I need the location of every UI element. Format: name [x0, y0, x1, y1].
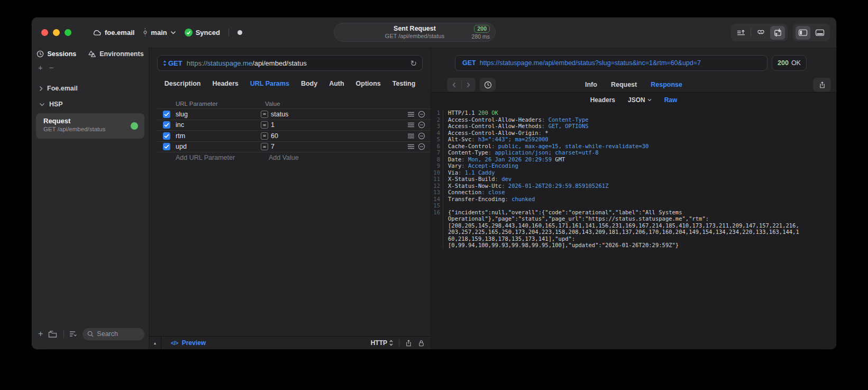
request-status-pill[interactable]: Sent Request GET /api/embed/status 200 2…: [334, 23, 496, 42]
add-request-button[interactable]: +: [38, 329, 43, 339]
code-line-text: HTTP/1.1 200 OK: [443, 110, 836, 116]
column-header-name: URL Parameter: [176, 101, 265, 107]
response-view: Headers JSON Raw 1HTTP/1.1 200 OK2Access…: [431, 92, 836, 349]
param-value-field[interactable]: 60: [271, 132, 408, 140]
view-tab-raw[interactable]: Raw: [664, 96, 678, 104]
code-line-text: Content-Type: application/json; charset=…: [443, 149, 836, 156]
group-hsp[interactable]: HSP: [39, 101, 63, 108]
line-number: 8: [431, 156, 443, 163]
minimize-window-button[interactable]: [53, 29, 60, 36]
row-lines-icon[interactable]: [408, 122, 414, 128]
group-foe-email[interactable]: Foe.email: [39, 85, 78, 92]
param-checkbox[interactable]: [163, 121, 170, 129]
close-window-button[interactable]: [41, 29, 48, 36]
project-menu[interactable]: foe.email: [92, 29, 134, 37]
forward-button[interactable]: [467, 82, 470, 88]
toggle-sidebar-button[interactable]: [796, 26, 810, 40]
tab-request[interactable]: Request: [611, 81, 637, 88]
method-stepper-icon[interactable]: [163, 60, 167, 67]
equals-icon: =: [261, 143, 268, 150]
response-panel: GET https://statuspage.me/api/embed/stat…: [431, 48, 836, 349]
remove-row-button[interactable]: [418, 143, 425, 150]
param-value-field[interactable]: 1: [271, 121, 408, 129]
tab-response[interactable]: Response: [651, 81, 682, 88]
code-line-text: Transfer-Encoding: chunked: [443, 196, 836, 203]
sort-filter-button[interactable]: [69, 331, 77, 337]
preview-button[interactable]: </> Preview: [171, 339, 206, 347]
branch-selector[interactable]: main: [143, 28, 176, 37]
zoom-window-button[interactable]: [65, 29, 71, 36]
code-line-text: Connection: close: [443, 189, 836, 196]
new-group-button[interactable]: [48, 330, 57, 338]
param-name-field[interactable]: inc: [176, 121, 261, 129]
sent-request-url[interactable]: GET https://statuspage.me/api/embed/stat…: [455, 55, 768, 71]
search-input[interactable]: [97, 330, 140, 338]
add-param-name-placeholder[interactable]: Add URL Parameter: [176, 154, 269, 161]
protocol-select[interactable]: HTTP: [371, 339, 393, 347]
param-name-field[interactable]: slug: [176, 111, 261, 118]
param-value-field[interactable]: status: [271, 111, 408, 118]
method-select[interactable]: GET: [168, 59, 182, 67]
remove-session-button[interactable]: −: [49, 63, 54, 72]
code-line: 6Cache-Control: public, max-age=15, stal…: [431, 143, 836, 150]
params-header-row: URL Parameter Value: [157, 99, 431, 109]
toggle-bottom-panel-button[interactable]: [812, 26, 827, 40]
line-number: 1: [431, 110, 443, 116]
history-button[interactable]: [480, 78, 496, 92]
tab-testing[interactable]: Testing: [392, 80, 416, 87]
lasso-sync-button[interactable]: [753, 26, 768, 40]
tab-url-params[interactable]: URL Params: [250, 80, 289, 87]
remove-row-button[interactable]: [418, 132, 425, 140]
tab-headers[interactable]: Headers: [212, 80, 238, 87]
param-row-rtm: rtm = 60: [157, 131, 431, 142]
remove-row-button[interactable]: [418, 121, 425, 129]
param-value-field[interactable]: 7: [271, 143, 408, 150]
sync-status[interactable]: Synced: [185, 29, 220, 37]
remove-row-button[interactable]: [418, 111, 425, 118]
sidebar-item-request[interactable]: Request GET /api/embed/status: [36, 113, 144, 139]
request-url-bar[interactable]: GET https://statuspage.me/api/embed/stat…: [157, 55, 423, 71]
tab-options[interactable]: Options: [356, 80, 381, 87]
lock-icon[interactable]: [418, 339, 425, 347]
group-label: HSP: [49, 101, 63, 108]
export-response-button[interactable]: [813, 78, 831, 92]
tab-description[interactable]: Description: [165, 80, 201, 87]
add-param-row[interactable]: Add URL Parameter Add Value: [157, 152, 431, 164]
tab-info[interactable]: Info: [585, 81, 597, 88]
toolbar-group-sync: [731, 24, 788, 41]
editor-tabs: Description Headers URL Params Body Auth…: [149, 80, 431, 87]
line-number: 6: [431, 143, 443, 150]
expand-panel-button[interactable]: ▲: [149, 337, 161, 349]
clock-icon: [36, 50, 44, 58]
param-name-field[interactable]: rtm: [176, 132, 261, 140]
resend-request-button[interactable]: ↻: [410, 59, 417, 67]
tab-sessions-label: Sessions: [47, 50, 76, 58]
back-button[interactable]: [452, 82, 456, 88]
row-lines-icon[interactable]: [408, 144, 414, 149]
tab-body[interactable]: Body: [301, 80, 317, 87]
tab-sessions[interactable]: Sessions: [36, 50, 76, 58]
row-lines-icon[interactable]: [408, 112, 414, 117]
status-code-badge: 200: [474, 25, 490, 33]
code-line: 12X-Status-Now-Utc: 2026-01-26T20:29:59.…: [431, 183, 836, 189]
code-line-text: Access-Control-Allow-Origin: *: [443, 130, 836, 137]
add-session-button[interactable]: +: [38, 63, 43, 72]
tab-environments[interactable]: Environments: [88, 50, 143, 58]
add-param-value-placeholder[interactable]: Add Value: [269, 154, 299, 161]
sync-box-button[interactable]: [770, 26, 785, 40]
param-name-field[interactable]: upd: [176, 143, 261, 150]
response-body[interactable]: 1HTTP/1.1 200 OK2Access-Control-Allow-He…: [431, 107, 836, 249]
param-checkbox[interactable]: [163, 143, 170, 150]
tab-auth[interactable]: Auth: [329, 80, 344, 87]
share-icon[interactable]: [405, 339, 412, 347]
response-status-text: OK: [791, 59, 801, 67]
param-checkbox[interactable]: [163, 111, 170, 118]
row-lines-icon[interactable]: [408, 133, 414, 139]
param-checkbox[interactable]: [163, 132, 170, 140]
view-tab-headers[interactable]: Headers: [590, 96, 615, 104]
line-number: 10: [431, 169, 443, 176]
group-label: Foe.email: [47, 85, 78, 92]
import-export-button[interactable]: [734, 26, 748, 40]
view-tab-json[interactable]: JSON: [628, 96, 652, 104]
sidebar-search[interactable]: [83, 328, 144, 340]
